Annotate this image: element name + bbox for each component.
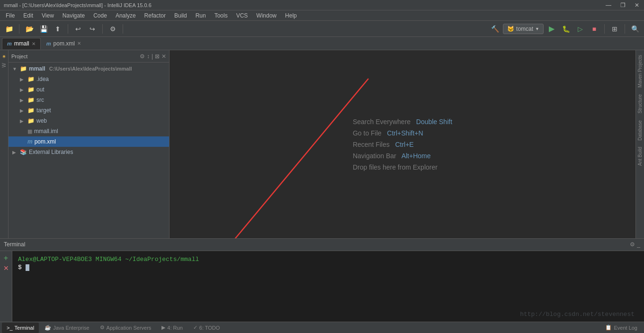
- tab-pomxml-icon: m: [46, 41, 51, 46]
- menu-tools[interactable]: Tools: [211, 11, 232, 20]
- settings-btn[interactable]: ⚙: [107, 23, 119, 35]
- favorites-icon[interactable]: ★: [1, 52, 7, 61]
- undo-btn[interactable]: ↩: [72, 23, 84, 35]
- right-sidebar: Maven Projects Structure Database Ant Bu…: [635, 50, 644, 238]
- tree-item-idea[interactable]: ▶ 📁 .idea: [9, 74, 169, 84]
- todo-tab-icon: ✓: [193, 324, 197, 331]
- tab-mmall-label: mmall: [14, 40, 29, 47]
- bottom-tab-app-servers[interactable]: ⚙ Application Servers: [95, 323, 156, 333]
- tab-pomxml-close[interactable]: ✕: [77, 41, 81, 46]
- tree-item-src[interactable]: ▶ 📁 src: [9, 95, 169, 105]
- redo-btn[interactable]: ↪: [86, 23, 98, 35]
- window-controls: — ❐ ✕: [601, 0, 644, 10]
- todo-tab-label: 6: TODO: [199, 325, 220, 331]
- tree-item-root[interactable]: ▼ 📁 mmall C:\Users\Alex\IdeaProjects\mma…: [9, 63, 169, 74]
- rs-maven-projects[interactable]: Maven Projects: [636, 52, 644, 90]
- root-label: mmall: [29, 65, 45, 72]
- project-tree: ▼ 📁 mmall C:\Users\Alex\IdeaProjects\mma…: [9, 63, 169, 238]
- terminal-cursor: [26, 264, 29, 271]
- src-folder-icon: 📁: [27, 97, 35, 103]
- tomcat-config-btn[interactable]: 🐱 tomcat ▼: [503, 24, 544, 34]
- rs-structure[interactable]: Structure: [636, 91, 644, 117]
- app-servers-tab-label: Application Servers: [107, 325, 152, 331]
- bottom-tab-todo[interactable]: ✓ 6: TODO: [188, 323, 225, 333]
- menu-refactor[interactable]: Refactor: [141, 11, 170, 20]
- bottom-tabs: >_ Terminal ☕ Java Enterprise ⚙ Applicat…: [0, 322, 644, 333]
- tomcat-icon: 🐱: [507, 26, 514, 32]
- tab-pomxml[interactable]: m pom.xml ✕: [42, 38, 86, 49]
- bottom-tab-run[interactable]: ▶ 4: Run: [157, 323, 187, 333]
- bottom-tab-terminal[interactable]: >_ Terminal: [2, 323, 39, 333]
- java-enterprise-tab-label: Java Enterprise: [53, 325, 89, 331]
- tab-mmall-icon: m: [7, 41, 12, 46]
- tomcat-dropdown-icon: ▼: [535, 27, 539, 31]
- menu-help[interactable]: Help: [281, 11, 301, 20]
- menu-view[interactable]: View: [38, 11, 58, 20]
- toolbar-sep-3: [102, 24, 103, 34]
- hint-drop-files: Drop files here from Explorer: [353, 163, 452, 171]
- hint-search-text: Search Everywhere: [353, 118, 411, 126]
- project-settings-icon[interactable]: ⚙: [140, 53, 145, 60]
- tab-mmall-close[interactable]: ✕: [32, 41, 36, 46]
- tree-item-web[interactable]: ▶ 📁 web: [9, 116, 169, 126]
- project-scroll-icon[interactable]: ⊠: [155, 53, 160, 60]
- tomcat-label: tomcat: [516, 26, 533, 32]
- left-sidebar-strip: ★ W: [0, 50, 9, 238]
- minimize-button[interactable]: —: [601, 0, 616, 10]
- project-header-icons: ⚙ ↕ | ⊠ ✕: [140, 53, 166, 60]
- tab-mmall[interactable]: m mmall ✕: [2, 38, 41, 49]
- debug-button[interactable]: 🐛: [560, 23, 572, 35]
- title-bar: mmall - [C:\Users\Alex\IdeaProjects\mmal…: [0, 0, 644, 10]
- new-terminal-btn[interactable]: +: [1, 254, 11, 262]
- project-expand-icon[interactable]: ↕: [147, 53, 150, 60]
- terminal-command-line: $: [18, 264, 638, 271]
- web-icon[interactable]: W: [1, 61, 7, 69]
- layout-btn[interactable]: ⊞: [608, 23, 621, 35]
- web-tree-arrow: ▶: [20, 118, 26, 124]
- hint-search-key: Double Shift: [416, 118, 452, 126]
- terminal-body[interactable]: Alex@LAPTOP-VEP4BOE3 MINGW64 ~/IdeaProje…: [12, 251, 644, 322]
- project-close-icon[interactable]: ✕: [161, 53, 166, 60]
- run-tab-icon: ▶: [161, 324, 165, 331]
- bottom-tab-event-log[interactable]: 📋 Event Log: [600, 323, 642, 333]
- search-everywhere-btn[interactable]: 🔍: [629, 23, 641, 35]
- menu-code[interactable]: Code: [89, 11, 111, 20]
- tree-item-target[interactable]: ▶ 📁 target: [9, 105, 169, 116]
- hint-goto-key: Ctrl+Shift+N: [387, 129, 423, 137]
- menu-vcs[interactable]: VCS: [233, 11, 252, 20]
- save-all-btn[interactable]: ⬆: [52, 23, 64, 35]
- tree-item-pom[interactable]: ▶ m pom.xml: [9, 136, 169, 147]
- menu-file[interactable]: File: [2, 11, 18, 20]
- rs-database[interactable]: Database: [636, 117, 644, 144]
- run-with-coverage-btn[interactable]: ▷: [574, 23, 586, 35]
- menu-run[interactable]: Run: [192, 11, 210, 20]
- save-btn[interactable]: 💾: [37, 23, 50, 35]
- terminal-settings-icon[interactable]: ⚙: [630, 241, 635, 248]
- tree-item-external-libraries[interactable]: ▶ 📚 External Libraries: [9, 147, 169, 157]
- out-arrow: ▶: [20, 87, 26, 92]
- open-btn[interactable]: 📂: [23, 23, 36, 35]
- run-button[interactable]: ▶: [546, 23, 558, 35]
- stop-button[interactable]: ■: [588, 23, 600, 35]
- close-button[interactable]: ✕: [630, 0, 644, 10]
- close-terminal-btn[interactable]: ✕: [1, 264, 11, 272]
- hint-goto-text: Go to File: [353, 129, 382, 137]
- terminal-tab-icon: >_: [7, 325, 13, 331]
- window-title: mmall - [C:\Users\Alex\IdeaProjects\mmal…: [4, 2, 152, 8]
- bottom-tab-java-enterprise[interactable]: ☕ Java Enterprise: [40, 323, 94, 333]
- build-project-btn[interactable]: 🔨: [489, 23, 501, 35]
- maximize-button[interactable]: ❐: [616, 0, 630, 10]
- rs-ant-build[interactable]: Ant Build: [636, 144, 644, 169]
- tree-item-iml[interactable]: ▶ ▦ mmall.iml: [9, 126, 169, 136]
- project-icon-btn[interactable]: 📁: [3, 23, 15, 35]
- menu-edit[interactable]: Edit: [19, 11, 37, 20]
- menu-window[interactable]: Window: [252, 11, 280, 20]
- project-collapse-icon[interactable]: |: [152, 53, 153, 60]
- terminal-minimize-icon[interactable]: _: [637, 241, 640, 248]
- tree-item-out[interactable]: ▶ 📁 out: [9, 84, 169, 95]
- menu-build[interactable]: Build: [170, 11, 191, 20]
- terminal-prompt-text: Alex@LAPTOP-VEP4BOE3 MINGW64 ~/IdeaProje…: [18, 256, 199, 263]
- menu-navigate[interactable]: Navigate: [59, 11, 89, 20]
- event-log-tab-icon: 📋: [605, 324, 612, 331]
- menu-analyze[interactable]: Analyze: [112, 11, 140, 20]
